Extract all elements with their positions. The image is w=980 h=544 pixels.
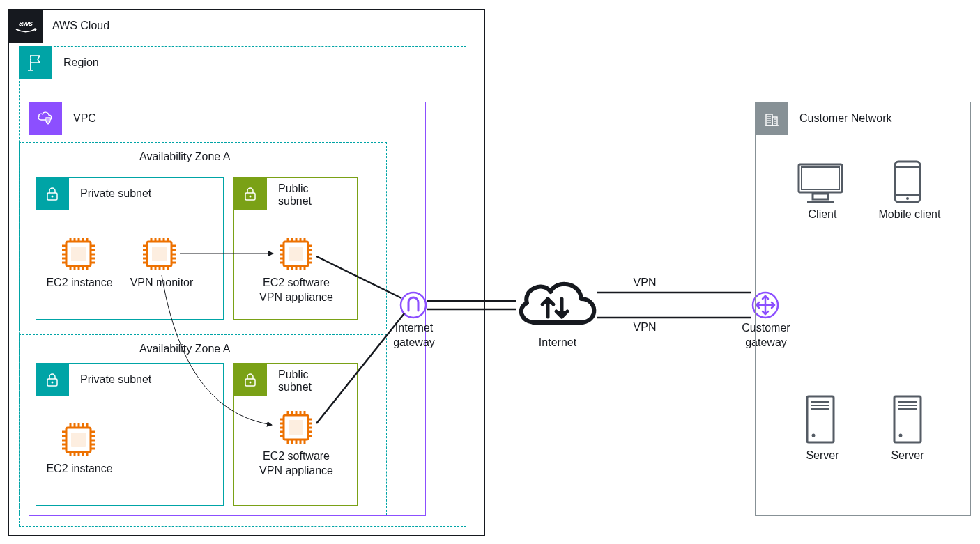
server-icon: [890, 394, 925, 448]
ec2-icon: [277, 408, 315, 449]
svg-rect-140: [807, 396, 834, 442]
az1-vpn-appliance-label: EC2 software VPN appliance: [240, 276, 352, 305]
svg-text:aws: aws: [19, 19, 33, 27]
internet-icon: [510, 274, 599, 338]
svg-rect-122: [766, 114, 772, 125]
lock-icon: [43, 185, 61, 203]
svg-point-3: [52, 196, 54, 198]
server-icon: [803, 394, 838, 448]
svg-point-144: [812, 434, 816, 437]
svg-point-75: [250, 382, 252, 384]
mobile-client-label: Mobile client: [871, 208, 948, 222]
office-building-icon: [762, 109, 781, 128]
az2-private-subnet-label: Private subnet: [80, 373, 151, 386]
az1-public-subnet-label: Public subnet: [278, 182, 327, 208]
az1-label: Availability Zone A: [139, 150, 230, 163]
vpc-label: VPC: [73, 112, 96, 125]
ec2-icon: [59, 235, 98, 276]
ec2-icon: [277, 235, 315, 276]
svg-rect-51: [289, 247, 303, 261]
vpn-monitor-label: VPN monitor: [124, 276, 199, 290]
client-icon: [795, 160, 846, 208]
vpn-label-top: VPN: [624, 276, 666, 290]
txt: gateway: [393, 336, 435, 348]
aws-cloud-label: AWS Cloud: [52, 20, 109, 32]
igw-icon: [399, 291, 427, 322]
client-label: Client: [788, 208, 857, 222]
mobile-client-icon: [892, 159, 923, 208]
aws-logo-badge: aws: [9, 10, 43, 43]
az2-vpn-appliance-label: EC2 software VPN appliance: [240, 449, 352, 479]
svg-point-139: [906, 197, 909, 200]
region-badge: [19, 46, 52, 79]
svg-rect-99: [289, 420, 303, 435]
region-label: Region: [63, 56, 99, 69]
svg-rect-29: [152, 247, 167, 261]
txt: EC2 software: [263, 450, 330, 462]
vpn-label-bottom: VPN: [624, 320, 666, 335]
az2-ec2-label: EC2 instance: [42, 462, 117, 476]
customer-network-badge: [755, 102, 788, 135]
vpc-badge: [29, 102, 62, 135]
svg-rect-134: [813, 194, 828, 199]
svg-rect-133: [802, 167, 839, 189]
txt: Internet: [395, 322, 433, 334]
region-flag-icon: [26, 53, 45, 72]
svg-rect-77: [71, 433, 86, 447]
txt: EC2 software: [263, 277, 330, 288]
aws-logo-icon: aws: [13, 19, 38, 34]
server1-label: Server: [788, 449, 857, 463]
vpc-cloud-shield-icon: [35, 108, 56, 129]
svg-rect-132: [799, 164, 842, 192]
ec2-icon: [59, 421, 98, 462]
txt: VPN appliance: [259, 291, 333, 303]
svg-rect-145: [894, 396, 921, 442]
az2-public-subnet-label: Public subnet: [278, 368, 327, 394]
server2-label: Server: [873, 449, 942, 463]
az1-public-subnet-badge: [233, 177, 267, 210]
internet-label: Internet: [530, 336, 585, 350]
svg-point-5: [250, 196, 252, 198]
az1-private-subnet-label: Private subnet: [80, 187, 151, 200]
az1-ec2-label: EC2 instance: [42, 276, 117, 290]
svg-point-1: [30, 55, 31, 56]
ec2-icon: [140, 235, 178, 276]
svg-rect-7: [71, 247, 86, 261]
lock-icon: [241, 185, 259, 203]
lock-icon: [241, 371, 259, 389]
svg-point-120: [401, 293, 426, 318]
svg-point-73: [52, 382, 54, 384]
lock-icon: [43, 371, 61, 389]
az2-label: Availability Zone A: [139, 343, 230, 355]
az2-public-subnet-badge: [233, 363, 267, 396]
customer-network-label: Customer Network: [799, 112, 891, 125]
txt: VPN appliance: [259, 465, 333, 476]
az2-private-subnet-badge: [36, 363, 69, 396]
svg-point-149: [899, 434, 903, 437]
igw-label: Internet gateway: [387, 321, 441, 350]
az1-private-subnet-badge: [36, 177, 69, 210]
